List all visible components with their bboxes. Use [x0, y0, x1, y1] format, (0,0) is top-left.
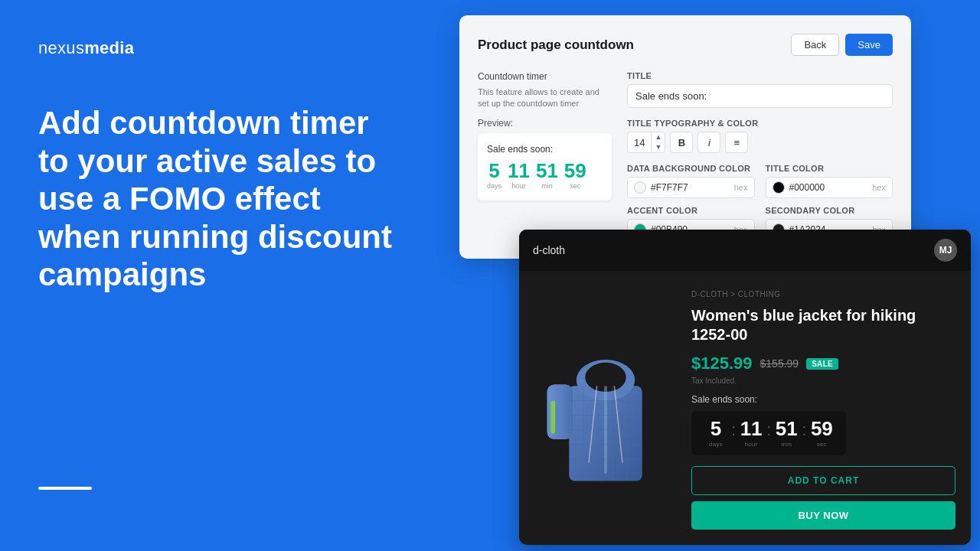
divider-line — [38, 487, 92, 490]
settings-right: Title TITLE TYPOGRAPHY & COLOR 14 ▲ ▼ B … — [627, 71, 893, 240]
title-field-group: Title — [627, 71, 893, 108]
countdown-section-desc: This feature allows to create and set up… — [478, 86, 612, 110]
svg-rect-6 — [550, 400, 555, 433]
font-size-group: 14 ▲ ▼ — [627, 132, 665, 153]
countdown-hours: 11 hour — [737, 419, 765, 448]
logo: nexusmedia — [38, 38, 421, 58]
product-name: Women's blue jacket for hiking 1252-00 — [691, 306, 956, 344]
countdown-mins: 51 min — [773, 419, 800, 448]
product-countdown: 5 days : 11 hour : 51 min : 59 sec — [691, 411, 846, 455]
align-button[interactable]: ≡ — [725, 132, 748, 153]
sep3: : — [802, 420, 806, 446]
accent-color-label: Accent color — [627, 206, 755, 215]
typography-group: TITLE TYPOGRAPHY & COLOR 14 ▲ ▼ B i ≡ — [627, 119, 893, 153]
preview-unit-secs: 59 sec — [564, 161, 586, 190]
header-buttons: Back Save — [791, 34, 893, 56]
data-bg-label: Data background color — [627, 164, 755, 173]
data-bg-hex-label: hex — [734, 183, 748, 192]
countdown-days: 5 days — [702, 419, 730, 448]
data-bg-color: Data background color #F7F7F7 hex — [627, 164, 755, 198]
price-row: $125.99 $155.99 SALE — [691, 354, 956, 373]
typography-row: 14 ▲ ▼ B i ≡ — [627, 132, 893, 153]
font-size-value: 14 — [628, 133, 651, 152]
title-input[interactable] — [627, 84, 893, 108]
price-old: $155.99 — [760, 357, 799, 370]
bold-button[interactable]: B — [670, 132, 693, 153]
countdown-section-label: Countdown timer — [478, 71, 612, 82]
data-bg-color-group: Data background color #F7F7F7 hex Title … — [627, 164, 893, 198]
price-new: $125.99 — [691, 354, 753, 373]
font-size-arrows: ▲ ▼ — [651, 132, 665, 152]
settings-body: Countdown timer This feature allows to c… — [478, 71, 893, 240]
title-color: Title color #000000 hex — [766, 164, 893, 198]
preview-unit-days: 5 days — [487, 161, 501, 190]
countdown-secs: 59 sec — [808, 419, 835, 448]
preview-unit-mins: 51 min — [536, 161, 558, 190]
product-panel: d-cloth MJ — [519, 230, 971, 545]
avatar: MJ — [934, 239, 957, 262]
product-body: D-CLOTH > CLOTHING Women's blue jacket f… — [519, 271, 971, 545]
left-panel: nexusmedia Add countdown timer to your a… — [0, 0, 459, 551]
data-bg-hex: #F7F7F7 — [651, 182, 730, 193]
logo-text: nexusmedia — [38, 38, 134, 58]
typography-label: TITLE TYPOGRAPHY & COLOR — [627, 119, 893, 128]
title-color-hex-label: hex — [872, 183, 886, 192]
font-size-down[interactable]: ▼ — [652, 142, 665, 152]
back-button[interactable]: Back — [791, 34, 839, 56]
title-color-hex: #000000 — [789, 182, 868, 193]
settings-left: Countdown timer This feature allows to c… — [478, 71, 612, 240]
product-image — [541, 328, 671, 488]
product-topbar: d-cloth MJ — [519, 230, 971, 271]
breadcrumb: D-CLOTH > CLOTHING — [691, 290, 956, 298]
settings-title: Product page countdown — [478, 37, 634, 53]
product-image-area — [534, 286, 676, 530]
preview-sale-text: Sale ends soon: — [487, 144, 603, 155]
title-field-label: Title — [627, 71, 893, 80]
product-info: D-CLOTH > CLOTHING Women's blue jacket f… — [691, 286, 956, 530]
italic-button[interactable]: i — [697, 132, 720, 153]
secondary-color-label: Secondary color — [766, 206, 893, 215]
sep2: : — [766, 420, 771, 446]
preview-box: Sale ends soon: 5 days 11 hour 51 min — [478, 133, 612, 201]
title-color-label: Title color — [766, 164, 893, 173]
save-button[interactable]: Save — [845, 34, 893, 56]
sale-badge: SALE — [806, 358, 838, 370]
add-to-cart-button[interactable]: ADD TO CART — [691, 466, 956, 495]
sep1: : — [731, 420, 736, 446]
data-bg-circle — [634, 181, 646, 194]
sale-ends-label: Sale ends soon: — [691, 394, 956, 405]
preview-unit-hours: 11 hour — [508, 161, 530, 190]
tax-text: Tax Included. — [691, 377, 956, 385]
font-size-up[interactable]: ▲ — [652, 132, 665, 142]
buy-now-button[interactable]: BUY NOW — [691, 501, 956, 530]
headline: Add countdown timer to your active sales… — [38, 104, 406, 294]
data-bg-input-row[interactable]: #F7F7F7 hex — [627, 177, 755, 198]
settings-panel: Product page countdown Back Save Countdo… — [459, 15, 911, 259]
title-color-input-row[interactable]: #000000 hex — [766, 177, 893, 198]
preview-label: Preview: — [478, 118, 612, 129]
store-name: d-cloth — [533, 244, 565, 256]
title-color-circle — [773, 181, 785, 194]
preview-countdown: 5 days 11 hour 51 min 59 sec — [487, 161, 603, 190]
settings-header: Product page countdown Back Save — [478, 34, 893, 56]
